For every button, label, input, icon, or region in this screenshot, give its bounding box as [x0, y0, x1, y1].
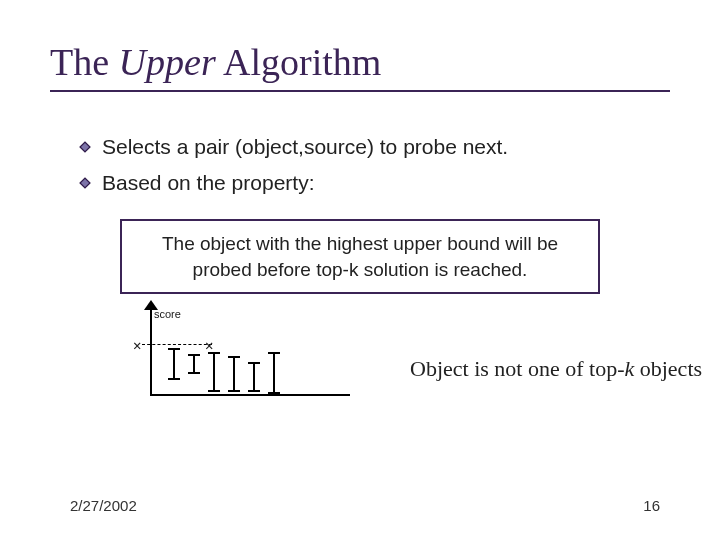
diagram: score ✕ ✕ Object is not one of top-k obj… [120, 304, 670, 424]
diamond-icon [78, 168, 92, 198]
bullet-item: Selects a pair (object,source) to probe … [78, 132, 670, 162]
cross-icon: ✕ [133, 337, 141, 353]
caption-post: objects [634, 356, 702, 381]
footer-date: 2/27/2002 [70, 497, 137, 514]
interval-bar [228, 356, 240, 392]
caption-k: k [624, 356, 634, 381]
interval-bar [168, 348, 180, 380]
interval-bar [268, 352, 280, 394]
x-baseline [150, 394, 350, 396]
bullet-item: Based on the property: [78, 168, 670, 198]
property-box: The object with the highest upper bound … [120, 219, 600, 294]
diamond-icon [78, 132, 92, 162]
property-text: The object with the highest upper bound … [162, 233, 558, 280]
svg-rect-1 [80, 178, 90, 188]
title-emph: Upper [119, 41, 216, 83]
bullet-text: Selects a pair (object,source) to probe … [102, 132, 508, 162]
title-pre: The [50, 41, 119, 83]
svg-rect-0 [80, 142, 90, 152]
interval-bars [168, 344, 280, 394]
diagram-caption: Object is not one of top-k objects [410, 356, 702, 382]
footer-page: 16 [643, 497, 660, 514]
interval-bar [248, 362, 260, 392]
slide-title: The Upper Algorithm [50, 40, 670, 92]
y-axis [150, 304, 152, 396]
interval-bar [208, 352, 220, 392]
interval-bar [188, 354, 200, 374]
bullet-list: Selects a pair (object,source) to probe … [78, 132, 670, 199]
slide: The Upper Algorithm Selects a pair (obje… [0, 0, 720, 540]
footer: 2/27/2002 16 [70, 497, 660, 514]
caption-pre: Object is not one of top- [410, 356, 624, 381]
axis-label: score [154, 308, 181, 320]
title-post: Algorithm [216, 41, 382, 83]
bullet-text: Based on the property: [102, 168, 314, 198]
